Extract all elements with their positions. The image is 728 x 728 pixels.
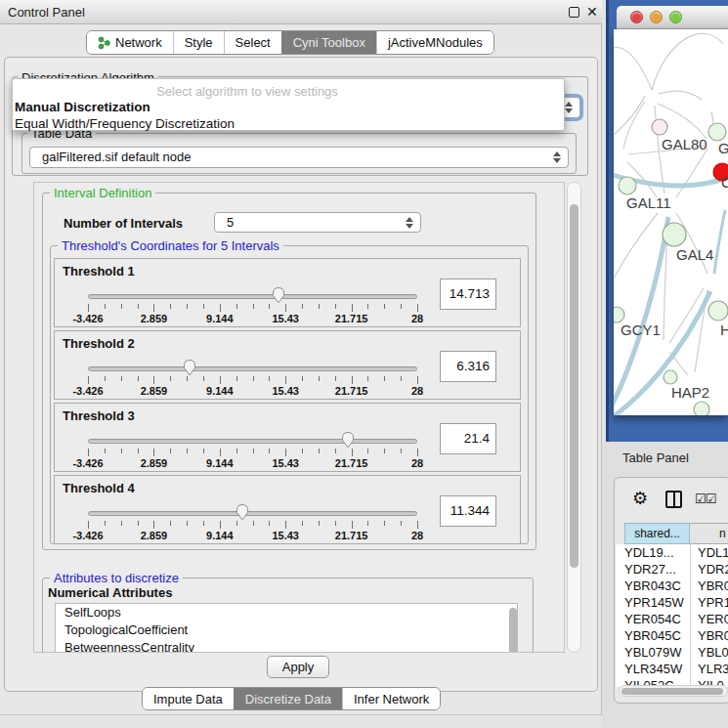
threshold-value-field[interactable]: 6.316 [440,351,496,382]
tick-label: 2.859 [141,457,168,469]
tab-select[interactable]: Select [224,31,281,54]
cell-name[interactable]: YBR0 [698,627,728,644]
cell-name[interactable]: YLR3 [698,661,728,677]
tab-network[interactable]: Network [87,31,173,54]
combo-stepper-icon [553,151,561,163]
slider-track[interactable] [88,366,417,371]
tick-label: 2.859 [141,313,168,324]
number-of-intervals-combobox[interactable]: 5 [214,212,421,233]
cell-shared-name[interactable]: YBR045C [624,627,681,644]
tab-style[interactable]: Style [173,31,224,54]
threshold-slider[interactable]: -3.4262.8599.14415.4321.71528 [88,476,417,545]
column-header-shared-name[interactable]: shared... [624,523,690,544]
slider-handle[interactable] [236,503,250,521]
attribute-item[interactable]: SelfLoops [56,604,517,621]
settings-scroll-viewport: Interval Definition Number of Intervals … [33,182,565,653]
minimize-traffic-light-icon[interactable] [650,11,663,23]
group-title-interval-definition: Interval Definition [50,186,155,200]
node-label: GAL80 [662,136,707,152]
cell-shared-name[interactable]: YPR145W [624,594,684,611]
popup-option-1[interactable]: Manual Discretization [13,100,564,115]
cell-name[interactable]: YDR2 [698,561,728,578]
gear-icon[interactable]: ⚙ [632,489,648,508]
table-row[interactable]: YBL079WYBL0 [616,644,728,661]
network-node[interactable] [652,119,667,135]
slider-track[interactable] [88,294,417,299]
cell-name[interactable]: YER0 [698,611,728,627]
cell-name[interactable]: YDL1 [698,544,728,561]
table-data-combobox[interactable]: galFiltered.sif default node [29,147,569,168]
tick-label: 21.715 [335,385,368,397]
table-row[interactable]: YLR345WYLR3 [616,661,728,677]
table-row[interactable]: YBR045CYBR0 [616,627,728,644]
slider-handle[interactable] [183,359,197,376]
horizontal-scrollbar-thumb[interactable] [621,688,723,695]
cell-shared-name[interactable]: YBR043C [624,578,681,594]
cell-name[interactable]: YBR0 [698,578,728,594]
network-node[interactable] [708,123,726,141]
popup-option-2[interactable]: Equal Width/Frequency Discretization [13,116,564,132]
tab-impute-data[interactable]: Impute Data [143,688,234,709]
slider-track[interactable] [88,511,417,516]
threshold-slider[interactable]: -3.4262.8599.14415.4321.71528 [88,404,417,473]
cell-shared-name[interactable]: YDR27... [624,561,676,578]
threshold-value-field[interactable]: 21.4 [440,423,496,454]
node-label: GAL11 [626,194,671,211]
network-edge [623,102,645,149]
table-row[interactable]: YDL19...YDL1 [616,544,728,561]
cell-shared-name[interactable]: YDL19... [624,544,674,561]
list-scrollbar[interactable] [509,608,517,653]
tab-jactivemnodules[interactable]: jActiveMNodules [376,31,493,54]
cell-name[interactable]: YPR1 [698,594,728,611]
threshold-value-field[interactable]: 11.344 [440,495,496,527]
table-row[interactable]: YER054CYER0 [616,611,728,627]
tab-infer-network[interactable]: Infer Network [342,688,440,709]
slider-track[interactable] [88,439,417,444]
apply-button[interactable]: Apply [267,656,329,678]
network-node[interactable] [614,307,624,322]
close-traffic-light-icon[interactable] [630,11,643,23]
table-row[interactable]: YBR043CYBR0 [616,578,728,594]
network-node[interactable] [664,370,677,384]
slider-handle[interactable] [271,286,285,304]
cell-shared-name[interactable]: YBL079W [624,644,682,661]
tab-discretize-data[interactable]: Discretize Data [234,688,342,709]
float-window-icon[interactable] [569,7,579,18]
cell-shared-name[interactable]: YER054C [624,611,681,627]
checkboxes-icon[interactable]: ☑☑ [695,492,715,506]
node-label: GA [718,140,728,156]
attribute-item[interactable]: TopologicalCoefficient [56,621,517,639]
vertical-scrollbar-thumb[interactable] [570,204,578,568]
zoom-traffic-light-icon[interactable] [669,11,682,23]
slider-tick-labels: -3.4262.8599.14415.4321.71528 [88,385,417,397]
tick-label: 28 [411,313,423,324]
network-canvas[interactable]: GAL80GACGAL11GAL4GCY1HHAP2 [614,29,728,415]
attribute-item[interactable]: BetweennessCentrality [56,639,517,653]
column-header-name[interactable]: n [690,523,728,544]
cell-shared-name[interactable]: YLR345W [624,661,682,677]
table-row[interactable]: YPR145WYPR1 [616,594,728,611]
network-node[interactable] [694,402,709,415]
network-node[interactable] [708,301,728,321]
vertical-scrollbar[interactable] [567,182,581,653]
cell-name[interactable]: YBL0 [698,644,728,661]
table-row[interactable]: YDR27...YDR2 [616,561,728,578]
columns-icon[interactable] [665,491,682,508]
tab-cyni-toolbox[interactable]: Cyni Toolbox [281,31,376,54]
threshold-item: Threshold 1 -3.4262.8599.14415.4321.7152… [54,258,521,327]
horizontal-scrollbar[interactable] [619,685,728,697]
numerical-attributes-list[interactable]: SelfLoopsTopologicalCoefficientBetweenne… [55,603,518,653]
close-icon[interactable]: ✕ [586,4,598,21]
network-edge [652,33,723,90]
threshold-value-field[interactable]: 14.713 [440,278,496,310]
network-edge [659,91,702,100]
slider-handle[interactable] [341,431,356,449]
network-node[interactable] [663,223,686,246]
network-window-titlebar[interactable] [617,6,728,29]
tick-label: 15.43 [272,313,299,324]
tick-label: 28 [411,530,423,541]
threshold-slider[interactable]: -3.4262.8599.14415.4321.71528 [88,331,417,401]
network-node[interactable] [619,177,636,194]
slider-ticks [88,449,417,457]
threshold-slider[interactable]: -3.4262.8599.14415.4321.71528 [88,259,417,328]
